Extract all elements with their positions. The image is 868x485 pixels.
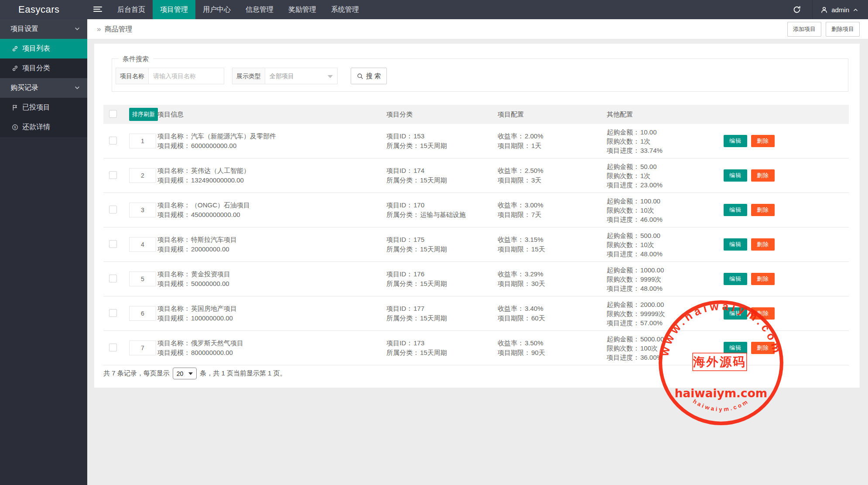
project-name-input[interactable]	[149, 68, 224, 84]
edit-button[interactable]: 编辑	[724, 307, 747, 320]
delete-button[interactable]: 删除	[751, 169, 775, 182]
chevron-down-icon	[74, 26, 80, 32]
edit-button[interactable]: 编辑	[724, 238, 747, 251]
delete-button[interactable]: 删除	[751, 204, 775, 216]
field-label: 收益率：	[498, 236, 524, 243]
project-name: 黄金投资项目	[191, 270, 230, 278]
chevron-up-icon	[853, 7, 858, 13]
row-checkbox[interactable]	[109, 309, 117, 317]
project-id: 170	[413, 201, 424, 209]
edit-button[interactable]: 编辑	[724, 273, 747, 285]
nav-item-rewards[interactable]: 奖励管理	[281, 0, 324, 19]
brand-logo[interactable]: Easycars	[0, 0, 87, 19]
search-button[interactable]: 搜 索	[351, 68, 387, 84]
field-label: 项目进度：	[607, 181, 639, 189]
field-label: 项目期限：	[498, 280, 530, 287]
field-label: 项目规模：	[157, 349, 190, 356]
row-checkbox[interactable]	[109, 137, 117, 144]
field-label: 收益率：	[498, 167, 524, 174]
row-checkbox[interactable]	[109, 171, 117, 179]
field-label: 所属分类：	[386, 349, 419, 356]
project-scale: 50000000.00	[191, 280, 229, 287]
field-label: 项目期限：	[498, 349, 530, 356]
page-title: 商品管理	[104, 25, 132, 33]
table-row: 1 项目名称：汽车（新能源汽车）及零部件 项目规模：6000000000.00 …	[103, 124, 849, 158]
project-min-amount: 100.00	[640, 197, 660, 205]
field-label: 限购次数：	[607, 344, 639, 352]
edit-button[interactable]: 编辑	[724, 169, 747, 182]
table-row: 7 项目名称：俄罗斯天然气项目 项目规模：800000000.00 项目ID：1…	[103, 331, 849, 365]
delete-button[interactable]: 删除	[751, 238, 775, 251]
delete-button[interactable]: 删除	[751, 342, 775, 354]
project-duration: 3天	[531, 176, 541, 184]
link-icon	[12, 65, 18, 72]
field-label: 项目规模：	[157, 176, 190, 184]
field-label: 收益率：	[498, 305, 524, 312]
field-label: 项目进度：	[607, 319, 639, 327]
sidebar-item-label: 还款详情	[22, 123, 50, 132]
project-limit-times: 10次	[640, 241, 654, 248]
project-id: 173	[413, 339, 424, 347]
project-progress: 48.00%	[640, 285, 663, 292]
sidebar-group-purchase-records[interactable]: 购买记录	[0, 78, 87, 98]
field-label: 项目期限：	[498, 211, 530, 218]
page-size-value: 20	[177, 370, 184, 377]
pagination-bar: 共 7 条记录，每页显示 20 条，共 1 页当前显示第 1 页。	[103, 368, 287, 379]
sort-order-input[interactable]: 4	[129, 237, 156, 252]
sidebar: 项目设置 项目列表 项目分类 购买记录 已投项目 $ 还款详情	[0, 19, 87, 485]
nav-item-info[interactable]: 信息管理	[238, 0, 281, 19]
refresh-icon[interactable]	[782, 0, 812, 19]
row-checkbox[interactable]	[109, 275, 117, 282]
add-project-button[interactable]: 添加项目	[787, 22, 821, 37]
nav-item-system[interactable]: 系统管理	[324, 0, 366, 19]
project-duration: 15天	[531, 245, 545, 253]
sort-order-input[interactable]: 2	[129, 168, 156, 183]
menu-toggle-icon[interactable]	[93, 7, 102, 13]
field-label: 起购金额：	[607, 128, 639, 136]
delete-button[interactable]: 删除	[751, 273, 775, 285]
user-icon	[820, 6, 828, 14]
project-name: 英国房地产项目	[191, 305, 237, 312]
project-category: 运输与基础设施	[420, 211, 466, 218]
project-rate: 3.40%	[525, 305, 543, 312]
sort-refresh-button[interactable]: 排序刷新	[129, 108, 158, 121]
project-scale: 800000000.00	[191, 349, 233, 356]
display-type-select[interactable]: 全部项目	[265, 68, 338, 84]
sort-order-input[interactable]: 3	[129, 203, 156, 217]
row-checkbox[interactable]	[109, 344, 117, 351]
edit-button[interactable]: 编辑	[724, 342, 747, 354]
edit-button[interactable]: 编辑	[724, 204, 747, 216]
project-progress: 23.00%	[640, 181, 663, 189]
project-limit-times: 1次	[640, 172, 650, 179]
select-all-checkbox[interactable]	[109, 110, 117, 118]
project-min-amount: 5000.00	[640, 335, 664, 343]
sidebar-item-project-list[interactable]: 项目列表	[0, 39, 87, 58]
project-progress: 48.00%	[640, 250, 663, 258]
sidebar-group-project-settings[interactable]: 项目设置	[0, 19, 87, 39]
user-menu[interactable]: admin	[813, 0, 868, 19]
sort-order-input[interactable]: 7	[129, 341, 156, 355]
select-arrow-icon	[328, 75, 333, 78]
sort-order-input[interactable]: 1	[129, 134, 156, 148]
nav-item-projects[interactable]: 项目管理	[153, 0, 195, 19]
page-size-select[interactable]: 20	[173, 368, 197, 379]
nav-item-users[interactable]: 用户中心	[195, 0, 238, 19]
field-label: 收益率：	[498, 201, 524, 209]
sidebar-item-repayment-details[interactable]: $ 还款详情	[0, 117, 87, 137]
row-checkbox[interactable]	[109, 206, 117, 213]
delete-button[interactable]: 删除	[751, 135, 775, 147]
topbar-right: admin	[782, 0, 868, 19]
field-label: 项目ID：	[386, 201, 413, 209]
project-limit-times: 99999次	[640, 310, 665, 317]
sort-order-input[interactable]: 6	[129, 306, 156, 321]
project-id: 174	[413, 167, 424, 174]
field-label: 所属分类：	[386, 211, 419, 218]
delete-button[interactable]: 删除	[751, 307, 775, 320]
delete-project-button[interactable]: 删除项目	[826, 22, 860, 37]
edit-button[interactable]: 编辑	[724, 135, 747, 147]
sidebar-item-invested-projects[interactable]: 已投项目	[0, 98, 87, 117]
sort-order-input[interactable]: 5	[129, 272, 156, 286]
nav-item-home[interactable]: 后台首页	[110, 0, 153, 19]
row-checkbox[interactable]	[109, 240, 117, 248]
sidebar-item-project-category[interactable]: 项目分类	[0, 58, 87, 78]
